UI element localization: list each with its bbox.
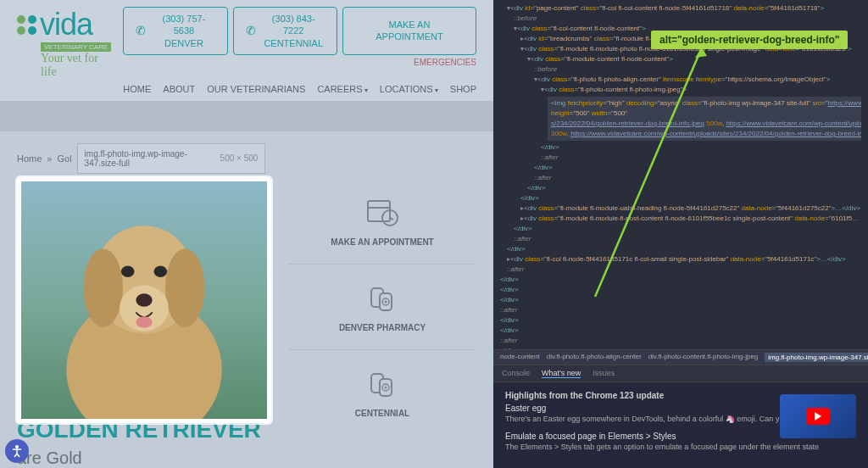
page-titles: GOLDEN RETRIEVER are Gold (17, 416, 261, 468)
logo[interactable]: vida VETERINARY CARE Your vet for life (17, 7, 114, 79)
svg-point-8 (136, 293, 152, 306)
drawer-tabs: Console What's new Issues (493, 365, 868, 382)
annotation-arrow (493, 42, 714, 305)
nav-careers[interactable]: CAREERS (317, 84, 367, 94)
logo-tagline: Your vet for life (41, 52, 114, 79)
pharmacy-icon (364, 280, 400, 315)
tooltip-selector: img.fl-photo-img.wp-image-347.size-full (85, 149, 203, 168)
svg-point-22 (385, 386, 387, 388)
hero-band (0, 101, 493, 131)
phone-denver-button[interactable]: ✆ (303) 757-5638DENVER (123, 7, 227, 55)
dom-line[interactable]: ▾<div id="page-content" class="fl-col fl… (500, 3, 861, 14)
nav-locations[interactable]: LOCATIONS (380, 84, 438, 94)
make-appointment-button[interactable]: MAKE AN APPOINTMENT (342, 7, 476, 55)
phone-centennial-button[interactable]: ✆ (303) 843-7222CENTENNIAL (233, 7, 337, 55)
svg-point-23 (15, 445, 19, 448)
phone-icon: ✆ (246, 24, 256, 37)
svg-line-24 (595, 47, 702, 297)
featured-image[interactable] (17, 177, 271, 423)
sidebar-item-denver-pharmacy[interactable]: DENVER PHARMACY (288, 280, 476, 350)
tab-whatsnew[interactable]: What's new (542, 369, 581, 378)
crumb-item[interactable]: div.fl-photo-content.fl-photo-img-jpeg (648, 353, 759, 362)
emergencies-link[interactable]: EMERGENCIES (414, 58, 476, 67)
crumb-item[interactable]: div.fl-photo.fl-photo-align-center (547, 353, 642, 362)
sidebar-item-centennial[interactable]: CENTENNIAL (288, 365, 476, 435)
content-row: MAKE AN APPOINTMENT DENVER PHARMACY CENT… (0, 177, 493, 435)
tab-issues[interactable]: Issues (593, 369, 615, 378)
dom-line[interactable]: ::after (500, 305, 861, 315)
svg-point-7 (154, 265, 167, 277)
dom-line[interactable]: ::after (500, 336, 861, 346)
tooltip-dimensions: 500 × 500 (220, 153, 259, 163)
calendar-icon (364, 194, 400, 230)
phone-icon: ✆ (136, 24, 146, 37)
nav-vets[interactable]: OUR VETERINARIANS (207, 84, 305, 94)
sidebar-column: MAKE AN APPOINTMENT DENVER PHARMACY CENT… (288, 177, 476, 435)
svg-point-4 (165, 248, 204, 327)
breadcrumb-home[interactable]: Home (17, 153, 42, 164)
site-header: vida VETERINARY CARE Your vet for life ✆… (0, 0, 493, 101)
nav-home[interactable]: HOME (123, 84, 151, 94)
dom-line[interactable]: </div> (500, 326, 861, 336)
sidebar-item-appointment[interactable]: MAKE AN APPOINTMENT (288, 194, 476, 265)
golden-retriever-image (21, 181, 267, 419)
nav-about[interactable]: ABOUT (163, 84, 195, 94)
svg-point-3 (84, 248, 123, 327)
header-buttons: ✆ (303) 757-5638DENVER ✆ (303) 843-7222C… (123, 7, 476, 55)
breadcrumb: Home » Gol img.fl-photo-img.wp-image-347… (0, 131, 493, 177)
pharmacy-icon (364, 365, 400, 401)
svg-point-18 (385, 300, 387, 303)
alt-annotation-callout: alt="golden-retriever-dog-breed-info" (651, 31, 848, 49)
main-nav: HOME ABOUT OUR VETERINARIANS CAREERS LOC… (123, 84, 476, 94)
nav-shop[interactable]: SHOP (450, 84, 476, 94)
page-subtitle: are Gold (17, 448, 261, 468)
dom-line[interactable]: ::before (500, 14, 861, 24)
svg-point-9 (136, 316, 152, 328)
inspect-tooltip: img.fl-photo-img.wp-image-347.size-full … (77, 143, 266, 174)
crumb-item-selected[interactable]: img.fl-photo-img.wp-image-347.size-full (765, 353, 868, 362)
devtools-pane: ▾<div id="page-content" class="fl-col fl… (493, 0, 868, 468)
logo-dots-icon (17, 15, 36, 35)
whatsnew-video[interactable] (780, 394, 856, 438)
accessibility-icon (10, 444, 24, 458)
crumb-item[interactable]: node-content (500, 353, 540, 362)
logo-subtext: VETERINARY CARE (41, 42, 111, 52)
tab-console[interactable]: Console (502, 369, 530, 378)
whatsnew-item-desc: The Elements > Styles tab gets an option… (505, 443, 856, 451)
dom-breadcrumb[interactable]: node-content div.fl-photo.fl-photo-align… (493, 349, 868, 365)
accessibility-button[interactable] (5, 439, 29, 463)
dom-line[interactable]: </div> (500, 315, 861, 326)
website-pane: vida VETERINARY CARE Your vet for life ✆… (0, 0, 493, 468)
svg-point-6 (121, 265, 134, 277)
logo-text: vida (40, 7, 92, 42)
whatsnew-panel: Highlights from the Chrome 123 update Ea… (493, 382, 868, 468)
play-icon (806, 408, 830, 425)
